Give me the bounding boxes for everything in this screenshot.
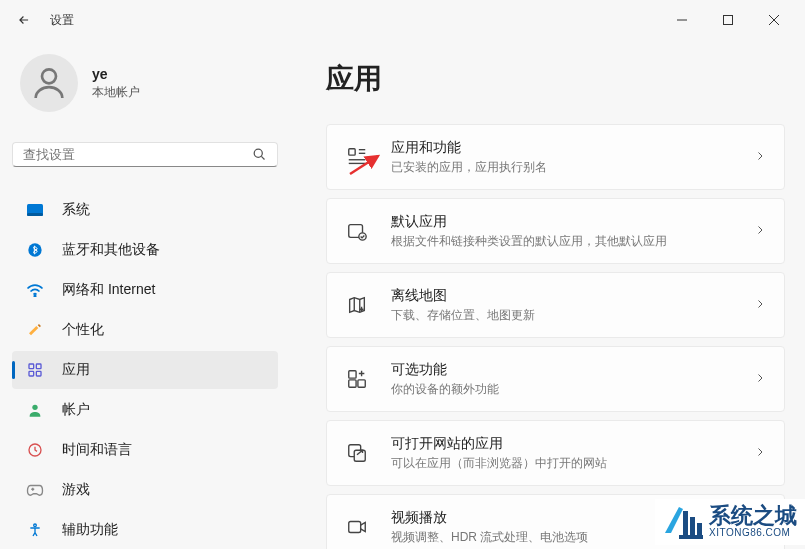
- chevron-right-icon: [754, 370, 766, 388]
- svg-point-15: [32, 405, 37, 410]
- card-title: 应用和功能: [391, 139, 754, 157]
- sidebar-item-network[interactable]: 网络和 Internet: [12, 271, 278, 309]
- svg-rect-30: [349, 522, 361, 533]
- search-input[interactable]: [23, 147, 252, 162]
- card-subtitle: 可以在应用（而非浏览器）中打开的网站: [391, 455, 754, 472]
- svg-rect-11: [29, 364, 34, 369]
- svg-rect-32: [683, 511, 688, 535]
- accessibility-icon: [26, 521, 44, 539]
- sidebar-label: 辅助功能: [62, 521, 118, 539]
- minimize-icon: [677, 15, 687, 25]
- card-optional-features[interactable]: 可选功能 你的设备的额外功能: [326, 346, 785, 412]
- maximize-icon: [723, 15, 733, 25]
- svg-point-17: [34, 524, 37, 527]
- chevron-right-icon: [754, 296, 766, 314]
- sidebar-item-accounts[interactable]: 帐户: [12, 391, 278, 429]
- watermark-url: XITONG86.COM: [709, 527, 797, 538]
- card-subtitle: 根据文件和链接种类设置的默认应用，其他默认应用: [391, 233, 754, 250]
- watermark: 系统之城 XITONG86.COM: [655, 499, 805, 545]
- svg-rect-35: [679, 535, 703, 539]
- sidebar-item-apps[interactable]: 应用: [12, 351, 278, 389]
- default-apps-icon: [345, 219, 369, 243]
- svg-point-9: [28, 243, 41, 256]
- sidebar-label: 蓝牙和其他设备: [62, 241, 160, 259]
- card-apps-features[interactable]: 应用和功能 已安装的应用，应用执行别名: [326, 124, 785, 190]
- sidebar-label: 帐户: [62, 401, 90, 419]
- search-box[interactable]: [12, 142, 278, 167]
- svg-rect-18: [349, 149, 355, 155]
- svg-point-10: [34, 295, 36, 297]
- apps-icon: [26, 361, 44, 379]
- avatar: [20, 54, 78, 112]
- watermark-text: 系统之城: [709, 505, 797, 527]
- svg-rect-33: [690, 517, 695, 535]
- card-title: 可选功能: [391, 361, 754, 379]
- svg-rect-26: [349, 380, 356, 387]
- back-button[interactable]: [8, 4, 40, 36]
- sidebar-item-personalization[interactable]: 个性化: [12, 311, 278, 349]
- svg-line-6: [261, 156, 264, 159]
- chevron-right-icon: [754, 148, 766, 166]
- svg-rect-13: [29, 371, 34, 376]
- window-title: 设置: [50, 12, 74, 29]
- svg-rect-34: [697, 523, 702, 535]
- window-controls: [659, 5, 797, 35]
- sidebar-item-gaming[interactable]: 游戏: [12, 471, 278, 509]
- maximize-button[interactable]: [705, 5, 751, 35]
- cards-list: 应用和功能 已安装的应用，应用执行别名 默认应用 根据文件和链接种类设置的默认应…: [326, 124, 785, 549]
- card-website-apps[interactable]: 可打开网站的应用 可以在应用（而非浏览器）中打开的网站: [326, 420, 785, 486]
- svg-point-5: [254, 149, 262, 157]
- apps-features-icon: [345, 145, 369, 169]
- card-default-apps[interactable]: 默认应用 根据文件和链接种类设置的默认应用，其他默认应用: [326, 198, 785, 264]
- video-icon: [345, 515, 369, 539]
- account-icon: [26, 401, 44, 419]
- card-subtitle: 下载、存储位置、地图更新: [391, 307, 754, 324]
- user-subtitle: 本地帐户: [92, 84, 140, 101]
- svg-rect-1: [724, 16, 733, 25]
- sidebar-label: 游戏: [62, 481, 90, 499]
- sidebar-label: 个性化: [62, 321, 104, 339]
- card-title: 默认应用: [391, 213, 754, 231]
- card-subtitle: 已安装的应用，应用执行别名: [391, 159, 754, 176]
- sidebar-item-bluetooth[interactable]: 蓝牙和其他设备: [12, 231, 278, 269]
- card-subtitle: 你的设备的额外功能: [391, 381, 754, 398]
- sidebar-item-accessibility[interactable]: 辅助功能: [12, 511, 278, 549]
- bluetooth-icon: [26, 241, 44, 259]
- system-icon: [26, 201, 44, 219]
- sidebar-item-time[interactable]: 时间和语言: [12, 431, 278, 469]
- user-icon: [29, 63, 69, 103]
- sidebar-label: 系统: [62, 201, 90, 219]
- brush-icon: [26, 321, 44, 339]
- svg-rect-12: [36, 364, 41, 369]
- optional-features-icon: [345, 367, 369, 391]
- main-content: 应用 应用和功能 已安装的应用，应用执行别名 默认应用 根据文件和链接种类设置的…: [290, 40, 805, 549]
- svg-rect-14: [36, 371, 41, 376]
- search-icon: [252, 147, 267, 162]
- wifi-icon: [26, 281, 44, 299]
- back-arrow-icon: [17, 13, 31, 27]
- clock-icon: [26, 441, 44, 459]
- svg-rect-27: [358, 380, 365, 387]
- chevron-right-icon: [754, 222, 766, 240]
- card-offline-maps[interactable]: 离线地图 下载、存储位置、地图更新: [326, 272, 785, 338]
- user-block[interactable]: ye 本地帐户: [12, 54, 278, 112]
- watermark-logo-icon: [659, 501, 703, 541]
- page-title: 应用: [326, 60, 785, 98]
- chevron-right-icon: [754, 444, 766, 462]
- minimize-button[interactable]: [659, 5, 705, 35]
- user-name: ye: [92, 66, 140, 82]
- card-title: 离线地图: [391, 287, 754, 305]
- titlebar: 设置: [0, 0, 805, 40]
- sidebar-item-system[interactable]: 系统: [12, 191, 278, 229]
- close-icon: [769, 15, 779, 25]
- gaming-icon: [26, 481, 44, 499]
- sidebar-label: 网络和 Internet: [62, 281, 155, 299]
- website-apps-icon: [345, 441, 369, 465]
- svg-rect-8: [27, 213, 43, 216]
- nav-list: 系统 蓝牙和其他设备 网络和 Internet 个性化 应用 帐户: [12, 191, 278, 549]
- close-button[interactable]: [751, 5, 797, 35]
- sidebar: ye 本地帐户 系统 蓝牙和其他设备 网络和 Internet: [0, 40, 290, 549]
- svg-rect-25: [349, 371, 356, 378]
- sidebar-label: 应用: [62, 361, 90, 379]
- svg-point-4: [42, 69, 56, 83]
